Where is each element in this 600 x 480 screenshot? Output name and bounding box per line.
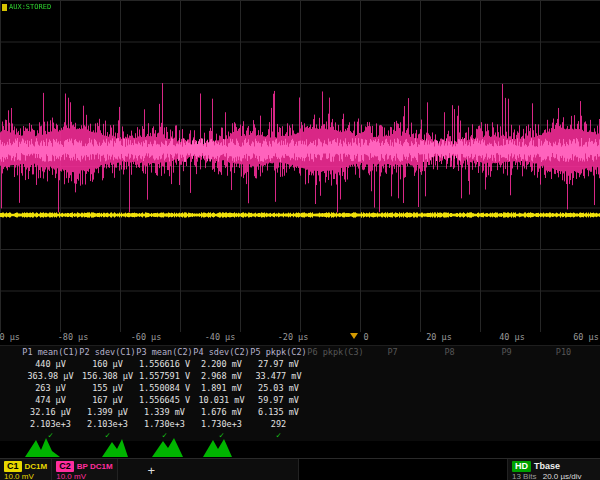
time-axis-label: -80 µs	[58, 332, 89, 342]
histicon	[152, 438, 183, 457]
meas-cell: 292	[250, 418, 307, 430]
meas-cell: 160 µV	[79, 358, 136, 370]
time-axis-label: 60 µs	[573, 332, 599, 342]
meas-cell	[307, 370, 364, 382]
meas-cell: 2.200 mV	[193, 358, 250, 370]
meas-cell	[478, 358, 535, 370]
time-axis: -100 µs-80 µs-60 µs-40 µs-20 µs020 µs40 …	[0, 332, 600, 344]
meas-cell	[421, 382, 478, 394]
time-axis-label: -100 µs	[0, 332, 20, 342]
time-axis-label: -20 µs	[278, 332, 309, 342]
meas-cell	[307, 406, 364, 418]
timebase-tdiv: 20.0 µs/div	[543, 472, 582, 480]
meas-cell	[535, 394, 592, 406]
meas-header-p1[interactable]: P1 mean(C1)	[22, 346, 79, 358]
histicon	[25, 438, 60, 457]
meas-cell	[478, 418, 535, 430]
add-trace-button[interactable]: +	[118, 459, 299, 480]
meas-cell: 1.730e+3	[136, 418, 193, 430]
histicon-svg	[0, 436, 600, 458]
oscilloscope-screen: AUX:STORED -100 µs-80 µs-60 µs-40 µs-20 …	[0, 0, 600, 480]
meas-cell	[535, 382, 592, 394]
meas-cell	[478, 394, 535, 406]
meas-cell: 6.135 mV	[250, 406, 307, 418]
c1-coupling: DC1M	[25, 462, 48, 471]
meas-cell	[364, 418, 421, 430]
meas-cell	[421, 370, 478, 382]
meas-cell	[478, 382, 535, 394]
meas-cell: 33.477 mV	[250, 370, 307, 382]
timebase-bits: 13 Bits	[512, 472, 536, 480]
trigger-position-icon	[350, 333, 358, 339]
hd-badge: HD	[512, 461, 531, 472]
plus-icon: +	[148, 463, 156, 478]
c1-vdiv: 10.0 mV	[4, 472, 47, 480]
meas-cell: 1.556616 V	[136, 358, 193, 370]
meas-cell: 2.103e+3	[22, 418, 79, 430]
meas-cell: 363.98 µV	[22, 370, 79, 382]
meas-cell	[421, 418, 478, 430]
meas-cell	[421, 358, 478, 370]
graticule-canvas	[0, 0, 600, 332]
meas-cell	[364, 370, 421, 382]
meas-cell: 59.97 mV	[250, 394, 307, 406]
meas-cell: 156.308 µV	[79, 370, 136, 382]
meas-header-p3[interactable]: P3 mean(C2)	[136, 346, 193, 358]
time-axis-label: -40 µs	[205, 332, 236, 342]
time-axis-label: 20 µs	[426, 332, 452, 342]
channel-c2-descriptor[interactable]: C2 BP DC1M 10.0 mV	[52, 459, 117, 480]
meas-cell	[535, 370, 592, 382]
channel-c1-descriptor[interactable]: C1 DC1M 10.0 mV	[0, 459, 52, 480]
meas-cell	[307, 394, 364, 406]
time-axis-label: 0	[363, 332, 368, 342]
c2-vdiv: 10.0 mV	[56, 472, 112, 480]
meas-cell: 167 µV	[79, 394, 136, 406]
meas-cell: 155 µV	[79, 382, 136, 394]
meas-cell: 1.730e+3	[193, 418, 250, 430]
meas-cell: 10.031 mV	[193, 394, 250, 406]
meas-cell	[535, 406, 592, 418]
measure-table: P1 mean(C1)P2 sdev(C1)P3 mean(C2)P4 sdev…	[0, 345, 600, 441]
meas-header-p8[interactable]: P8	[421, 346, 478, 358]
time-axis-label: 40 µs	[499, 332, 525, 342]
time-axis-label: -60 µs	[131, 332, 162, 342]
meas-cell: 1.676 mV	[193, 406, 250, 418]
c2-coupling: BP DC1M	[77, 462, 113, 471]
meas-cell	[364, 394, 421, 406]
meas-header-p4[interactable]: P4 sdev(C2)	[193, 346, 250, 358]
meas-cell: 27.97 mV	[250, 358, 307, 370]
meas-header-p6[interactable]: P6 pkpk(C3)	[307, 346, 364, 358]
meas-header-p9[interactable]: P9	[478, 346, 535, 358]
meas-header-p7[interactable]: P7	[364, 346, 421, 358]
meas-cell	[364, 406, 421, 418]
histicon	[102, 439, 128, 457]
meas-cell	[478, 406, 535, 418]
meas-cell: 1.550084 V	[136, 382, 193, 394]
meas-cell: 1.557591 V	[136, 370, 193, 382]
timebase-descriptor[interactable]: HD Tbase 13 Bits 20.0 µs/div	[507, 459, 600, 480]
meas-cell: 1.891 mV	[193, 382, 250, 394]
meas-cell: 32.16 µV	[22, 406, 79, 418]
meas-cell	[478, 370, 535, 382]
meas-cell: 25.03 mV	[250, 382, 307, 394]
meas-header-p10[interactable]: P10	[535, 346, 592, 358]
meas-cell	[307, 382, 364, 394]
meas-header-p2[interactable]: P2 sdev(C1)	[79, 346, 136, 358]
timebase-label: Tbase	[534, 461, 560, 471]
status-marker-icon	[2, 4, 7, 11]
meas-cell	[421, 406, 478, 418]
meas-cell: 2.968 mV	[193, 370, 250, 382]
c2-badge: C2	[56, 461, 74, 472]
c1-badge: C1	[4, 461, 22, 472]
meas-cell: 2.103e+3	[79, 418, 136, 430]
meas-cell: 1.399 µV	[79, 406, 136, 418]
bottom-bar: C1 DC1M 10.0 mV C2 BP DC1M 10.0 mV + HD …	[0, 458, 600, 480]
meas-header-p5[interactable]: P5 pkpk(C2)	[250, 346, 307, 358]
status-topleft: AUX:STORED	[2, 3, 51, 11]
meas-cell	[307, 358, 364, 370]
meas-cell: 440 µV	[22, 358, 79, 370]
meas-cell	[364, 358, 421, 370]
meas-cell	[364, 382, 421, 394]
meas-cell	[307, 418, 364, 430]
status-text: AUX:STORED	[9, 3, 51, 11]
